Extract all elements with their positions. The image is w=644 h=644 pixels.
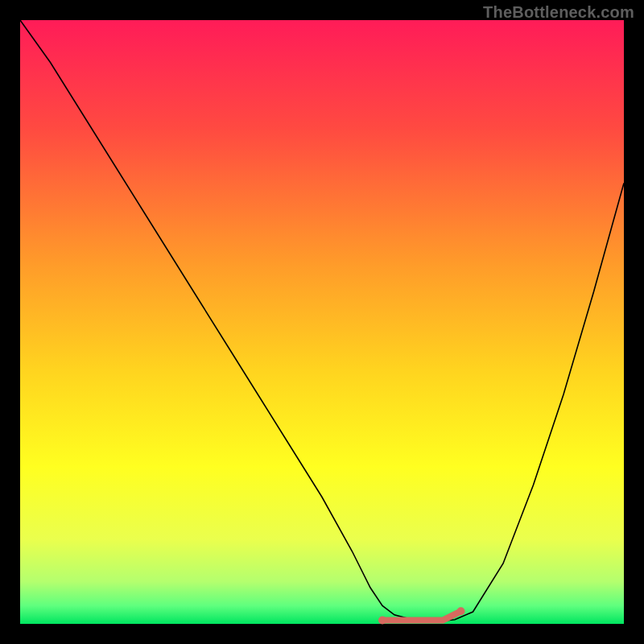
optimal-range-dot-right [457,607,465,615]
chart-frame: TheBottleneck.com [0,0,644,644]
optimal-range-marker [382,611,461,620]
chart-plot-area [20,20,624,624]
bottleneck-curve [20,20,624,621]
watermark-text: TheBottleneck.com [483,3,634,22]
chart-svg [20,20,624,624]
optimal-range-dot-left [378,617,386,625]
